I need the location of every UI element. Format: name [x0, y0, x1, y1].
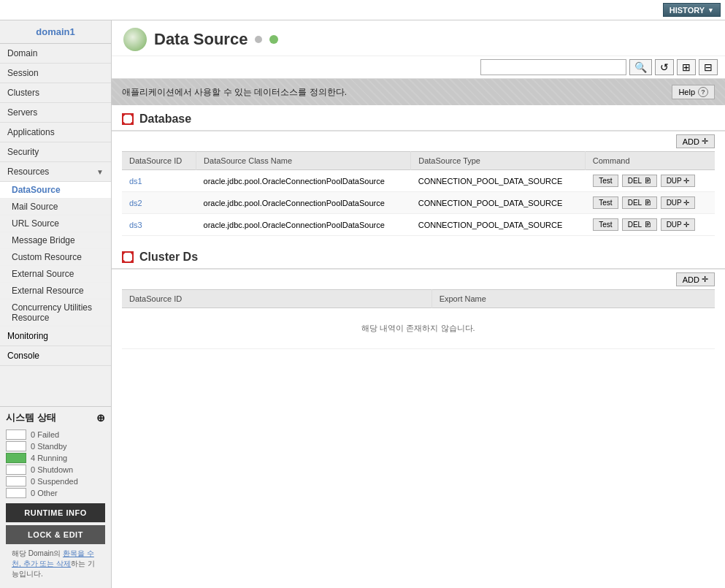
datasource-commands-0: Test DEL 🖹 DUP ✛ [585, 170, 715, 192]
database-table: DataSource ID DataSource Class Name Data… [122, 151, 715, 236]
sidebar-item-console[interactable]: Console [0, 346, 111, 366]
sidebar-sub-externalresource[interactable]: External Resource [0, 283, 111, 299]
status-row-running: 4 Running [6, 452, 105, 464]
col-command: Command [585, 152, 715, 170]
status-box-standby [6, 441, 26, 451]
settings-button[interactable]: ⊟ [699, 59, 718, 75]
database-table-row: ds2 oracle.jdbc.pool.OracleConnectionPoo… [122, 192, 715, 214]
dup-button-2[interactable]: DUP ✛ [661, 218, 696, 231]
datasource-id-link-2[interactable]: ds3 [129, 221, 142, 229]
status-label-failed: 0 Failed [31, 430, 59, 439]
database-section-icon [122, 113, 134, 125]
add-icon: ✛ [702, 137, 708, 146]
col-datasource-id: DataSource ID [122, 152, 196, 170]
test-button-0[interactable]: Test [593, 175, 618, 187]
datasource-type-2: CONNECTION_POOL_DATA_SOURCE [411, 214, 586, 236]
cluster-section: Cluster Ds ADD ✛ DataSource ID Export Na… [112, 243, 725, 349]
sidebar-spacer [0, 366, 111, 406]
cluster-add-button[interactable]: ADD ✛ [676, 272, 715, 286]
dup-button-1[interactable]: DUP ✛ [661, 196, 696, 209]
sidebar-item-security[interactable]: Security [0, 142, 111, 162]
header-dot-green [269, 35, 278, 44]
sidebar-sub-mailsource[interactable]: Mail Source [0, 199, 111, 215]
del-button-0[interactable]: DEL 🖹 [622, 175, 657, 187]
status-row-failed: 0 Failed [6, 429, 105, 440]
database-section: Database ADD ✛ DataSource ID DataSource … [112, 105, 725, 236]
dup-button-0[interactable]: DUP ✛ [661, 175, 696, 187]
header-dot-gray [255, 36, 262, 43]
datasource-class-0: oracle.jdbc.pool.OracleConnectionPoolDat… [196, 170, 411, 192]
status-box-other [6, 488, 26, 498]
toolbar: 🔍 ↺ ⊞ ⊟ [112, 56, 725, 79]
datasource-type-0: CONNECTION_POOL_DATA_SOURCE [411, 170, 586, 192]
system-status-icon[interactable]: ⊕ [96, 412, 105, 424]
cluster-empty-text: 해당 내역이 존재하지 않습니다. [122, 308, 715, 349]
help-button[interactable]: Help ? [672, 85, 715, 99]
bottom-note: 해당 Domain의 환목을 수천, 추가 또는 삭제하는 기능입니다. [6, 544, 105, 584]
test-button-1[interactable]: Test [593, 196, 618, 209]
sidebar-item-applications[interactable]: Applications [0, 123, 111, 142]
sidebar-item-domain[interactable]: Domain [0, 44, 111, 64]
status-label-shutdown: 0 Shutdown [31, 465, 73, 474]
sidebar-item-clusters[interactable]: Clusters [0, 83, 111, 103]
runtime-info-button[interactable]: RUNTIME INFO [6, 503, 105, 522]
history-label: HISTORY [670, 6, 705, 15]
system-status-section: 시스템 상태 ⊕ 0 Failed 0 Standby 4 Running 0 … [0, 406, 111, 588]
status-row-shutdown: 0 Shutdown [6, 464, 105, 476]
sidebar: domain1 Domain Session Clusters Servers … [0, 20, 112, 588]
status-row-suspended: 0 Suspended [6, 476, 105, 487]
col-class-name: DataSource Class Name [196, 152, 411, 170]
database-table-row: ds1 oracle.jdbc.pool.OracleConnectionPoo… [122, 170, 715, 192]
sidebar-sub-urlsource[interactable]: URL Source [0, 215, 111, 232]
cluster-table: DataSource ID Export Name 해당 내역이 존재하지 않습… [122, 289, 715, 349]
database-add-button[interactable]: ADD ✛ [676, 134, 715, 148]
sidebar-item-resources[interactable]: Resources ▼ [0, 162, 111, 182]
sidebar-sub-datasource[interactable]: DataSource [0, 182, 111, 199]
cluster-table-header: DataSource ID Export Name [122, 290, 715, 308]
del-button-1[interactable]: DEL 🖹 [622, 196, 657, 209]
status-row-standby: 0 Standby [6, 440, 105, 452]
sidebar-item-servers[interactable]: Servers [0, 103, 111, 123]
cluster-add-row: ADD ✛ [122, 270, 715, 289]
col-cluster-datasource-id: DataSource ID [122, 290, 431, 308]
history-dropdown-arrow: ▼ [707, 7, 714, 14]
database-table-row: ds3 oracle.jdbc.pool.OracleConnectionPoo… [122, 214, 715, 236]
status-box-running [6, 453, 26, 463]
datasource-id-link-0[interactable]: ds1 [129, 177, 142, 186]
sidebar-item-monitoring[interactable]: Monitoring [0, 327, 111, 346]
database-table-wrapper: ADD ✛ DataSource ID DataSource Class Nam… [112, 131, 725, 236]
col-export-name: Export Name [431, 290, 715, 308]
sidebar-sub-customresource[interactable]: Custom Resource [0, 249, 111, 266]
col-type: DataSource Type [411, 152, 586, 170]
refresh-button[interactable]: ↺ [655, 59, 674, 75]
status-label-suspended: 0 Suspended [31, 477, 78, 486]
add-icon-cluster: ✛ [702, 275, 708, 284]
resources-expand-arrow: ▼ [96, 168, 104, 176]
header-logo [123, 28, 147, 51]
sidebar-sub-messagebridge[interactable]: Message Bridge [0, 232, 111, 249]
page-title: Data Source [154, 30, 248, 49]
database-section-header: Database [112, 105, 725, 131]
system-status-title: 시스템 상태 ⊕ [6, 411, 105, 424]
status-label-other: 0 Other [31, 489, 58, 497]
history-button[interactable]: HISTORY ▼ [663, 3, 721, 17]
del-button-2[interactable]: DEL 🖹 [622, 218, 657, 231]
status-label-running: 4 Running [31, 454, 67, 462]
sidebar-sub-concurrency[interactable]: Concurrency Utilities Resource [0, 299, 111, 327]
search-input[interactable] [480, 59, 626, 75]
datasource-class-1: oracle.jdbc.pool.OracleConnectionPoolDat… [196, 192, 411, 214]
status-box-suspended [6, 476, 26, 486]
datasource-id-link-1[interactable]: ds2 [129, 199, 142, 207]
sidebar-sub-externalsource[interactable]: External Source [0, 266, 111, 283]
lock-edit-button[interactable]: LOCK & EDIT [6, 525, 105, 544]
cluster-section-icon [122, 251, 134, 263]
cluster-empty-row: 해당 내역이 존재하지 않습니다. [122, 308, 715, 349]
datasource-class-2: oracle.jdbc.pool.OracleConnectionPoolDat… [196, 214, 411, 236]
search-button[interactable]: 🔍 [629, 59, 652, 75]
test-button-2[interactable]: Test [593, 218, 618, 231]
export-button[interactable]: ⊞ [677, 59, 696, 75]
domain-name[interactable]: domain1 [0, 20, 111, 44]
datasource-commands-1: Test DEL 🖹 DUP ✛ [585, 192, 715, 214]
sidebar-item-session[interactable]: Session [0, 64, 111, 83]
status-box-shutdown [6, 465, 26, 475]
